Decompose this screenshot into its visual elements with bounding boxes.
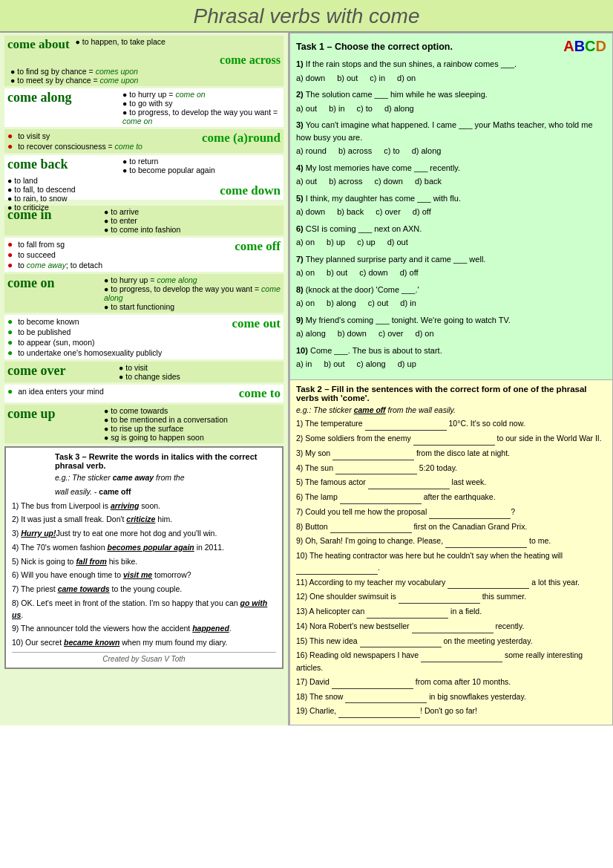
pv-title-come-up: come up xyxy=(7,406,104,422)
pv-come-on: come on ● to hurry up = come along ● to … xyxy=(4,274,283,313)
right-panel: Task 1 – Choose the correct option. ABCD… xyxy=(289,33,613,725)
abc-b: B xyxy=(574,38,585,54)
pv-title-come-off: come off xyxy=(235,239,281,254)
pv-title-come-along: come along xyxy=(7,90,122,105)
q1: 1) If the rain stops and the sun shines,… xyxy=(296,58,606,84)
pv-come-off: ● to fall from sg ● to succeed ● to come… xyxy=(4,238,283,272)
pv-come-over: come over ● to visit ● to change sides xyxy=(4,362,283,382)
abc-a: A xyxy=(563,38,574,54)
q2: 2) The solution came ___ him while he wa… xyxy=(296,88,606,114)
pv-come-up: come up ● to come towards ● to be mentio… xyxy=(4,405,283,443)
pv-title-come-around: come (a)round xyxy=(202,131,281,146)
pv-come-in: come in ● to arrive ● to enter ● to come… xyxy=(4,206,283,235)
pv-title-come-on: come on xyxy=(7,275,104,291)
pv-title-come-down: come down xyxy=(220,183,281,198)
pv-title-come-back: come back xyxy=(7,157,122,172)
pv-title-come-to: come to xyxy=(239,386,281,401)
task2-title: Task 2 – Fill in the sentences with the … xyxy=(296,385,606,402)
pv-title-come-over: come over xyxy=(7,363,119,379)
q9: 9) My friend's coming ___ tonight. We're… xyxy=(296,314,606,340)
pv-title-come-about: come about xyxy=(7,37,70,52)
pv-title-come-across: come across xyxy=(220,53,281,67)
pv-come-to: ● an idea enters your mind come to xyxy=(4,385,283,402)
task1-panel: Task 1 – Choose the correct option. ABCD… xyxy=(289,33,613,380)
pv-come-around: ● to visit sy ● to recover consciousness… xyxy=(4,129,283,153)
q10: 10) Come ___. The bus is about to start.… xyxy=(296,345,606,371)
task1-title: Task 1 – Choose the correct option. xyxy=(296,42,453,52)
q4: 4) My lost memories have come ___ recent… xyxy=(296,162,606,188)
q7: 7) They planned surprise party and it ca… xyxy=(296,253,606,279)
left-panel: come about ● to happen, to take place co… xyxy=(0,33,289,725)
main-layout: come about ● to happen, to take place co… xyxy=(0,33,613,725)
creator-label: Created by Susan V Toth xyxy=(12,652,276,663)
q3: 3) You can't imagine what happened. I ca… xyxy=(296,119,606,157)
q6: 6) CSI is coming ___ next on AXN. a) onb… xyxy=(296,223,606,249)
pv-come-out: ● to become known ● to be published ● to… xyxy=(4,315,283,359)
pv-title-come-in: come in xyxy=(7,207,104,223)
abc-d: D xyxy=(596,38,606,54)
q8: 8) (knock at the door) 'Come ___.' a) on… xyxy=(296,284,606,310)
q5: 5) I think, my daughter has come ___ wit… xyxy=(296,192,606,218)
task2-panel: Task 2 – Fill in the sentences with the … xyxy=(289,380,613,726)
pv-come-about: come about ● to happen, to take place co… xyxy=(4,36,283,86)
task3-title: Task 3 – Rewrite the words in italics wi… xyxy=(55,452,276,470)
abc-c: C xyxy=(585,38,595,54)
task3-panel: Task 3 – Rewrite the words in italics wi… xyxy=(4,446,283,669)
pv-come-along: come along ● to hurry up = come on ● to … xyxy=(4,88,283,127)
page-title: Phrasal verbs with come xyxy=(193,4,419,27)
pv-come-back: come back ● to return ● to become popula… xyxy=(4,155,283,200)
page: Phrasal verbs with come come about ● to … xyxy=(0,0,613,868)
header: Phrasal verbs with come xyxy=(0,0,613,33)
pv-title-come-out: come out xyxy=(232,316,281,331)
